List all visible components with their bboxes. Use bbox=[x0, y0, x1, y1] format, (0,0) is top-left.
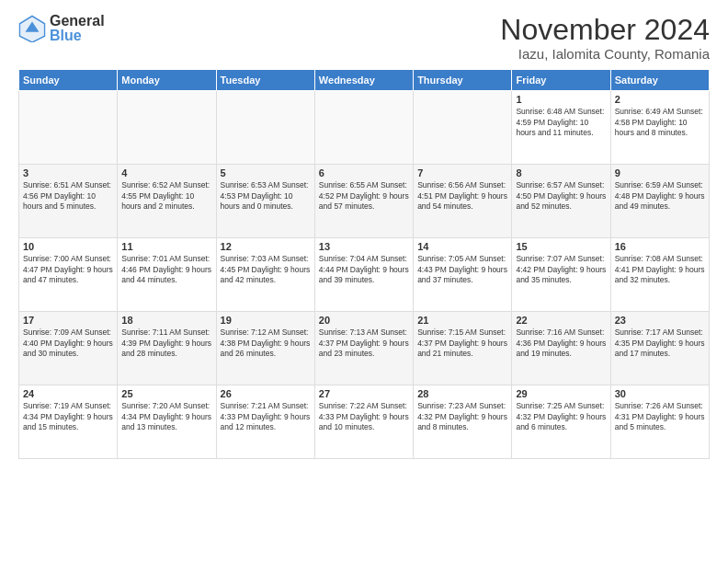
day-info: Sunrise: 6:52 AM Sunset: 4:55 PM Dayligh… bbox=[121, 180, 211, 212]
day-number: 12 bbox=[221, 241, 311, 252]
day-number: 18 bbox=[121, 315, 211, 326]
day-number: 22 bbox=[516, 315, 606, 326]
calendar-header-saturday: Saturday bbox=[610, 70, 709, 91]
day-info: Sunrise: 7:23 AM Sunset: 4:32 PM Dayligh… bbox=[417, 401, 507, 432]
calendar-cell: 1Sunrise: 6:48 AM Sunset: 4:59 PM Daylig… bbox=[512, 91, 610, 165]
calendar-cell bbox=[19, 91, 118, 165]
day-info: Sunrise: 7:11 AM Sunset: 4:39 PM Dayligh… bbox=[121, 327, 211, 359]
calendar-cell: 17Sunrise: 7:09 AM Sunset: 4:40 PM Dayli… bbox=[19, 312, 118, 385]
day-info: Sunrise: 7:08 AM Sunset: 4:41 PM Dayligh… bbox=[615, 254, 705, 285]
day-number: 9 bbox=[615, 167, 705, 178]
day-info: Sunrise: 6:55 AM Sunset: 4:52 PM Dayligh… bbox=[319, 180, 409, 212]
calendar-cell: 5Sunrise: 6:53 AM Sunset: 4:53 PM Daylig… bbox=[216, 165, 314, 238]
day-number: 11 bbox=[121, 241, 211, 252]
calendar-cell: 11Sunrise: 7:01 AM Sunset: 4:46 PM Dayli… bbox=[118, 238, 216, 312]
calendar-cell: 24Sunrise: 7:19 AM Sunset: 4:34 PM Dayli… bbox=[19, 385, 118, 459]
day-number: 17 bbox=[23, 315, 113, 326]
day-info: Sunrise: 7:25 AM Sunset: 4:32 PM Dayligh… bbox=[516, 401, 606, 432]
day-number: 26 bbox=[221, 388, 311, 399]
day-info: Sunrise: 7:07 AM Sunset: 4:42 PM Dayligh… bbox=[516, 254, 606, 285]
calendar-header-thursday: Thursday bbox=[414, 70, 512, 91]
calendar-cell: 15Sunrise: 7:07 AM Sunset: 4:42 PM Dayli… bbox=[512, 238, 610, 312]
day-info: Sunrise: 7:15 AM Sunset: 4:37 PM Dayligh… bbox=[417, 327, 507, 359]
day-info: Sunrise: 7:01 AM Sunset: 4:46 PM Dayligh… bbox=[121, 254, 211, 285]
calendar-cell: 20Sunrise: 7:13 AM Sunset: 4:37 PM Dayli… bbox=[314, 312, 413, 385]
logo-text: General Blue bbox=[50, 14, 105, 43]
day-number: 24 bbox=[23, 388, 113, 399]
day-number: 1 bbox=[516, 94, 606, 105]
day-number: 28 bbox=[417, 388, 507, 399]
day-info: Sunrise: 7:17 AM Sunset: 4:35 PM Dayligh… bbox=[615, 327, 705, 359]
calendar-week-4: 17Sunrise: 7:09 AM Sunset: 4:40 PM Dayli… bbox=[19, 312, 710, 385]
day-number: 13 bbox=[319, 241, 409, 252]
day-info: Sunrise: 6:49 AM Sunset: 4:58 PM Dayligh… bbox=[615, 107, 705, 138]
calendar-week-5: 24Sunrise: 7:19 AM Sunset: 4:34 PM Dayli… bbox=[19, 385, 710, 459]
main-title: November 2024 bbox=[500, 14, 710, 46]
day-info: Sunrise: 7:20 AM Sunset: 4:34 PM Dayligh… bbox=[121, 401, 211, 432]
calendar-header-monday: Monday bbox=[118, 70, 216, 91]
day-number: 15 bbox=[516, 241, 606, 252]
day-info: Sunrise: 7:05 AM Sunset: 4:43 PM Dayligh… bbox=[417, 254, 507, 285]
calendar-cell bbox=[118, 91, 216, 165]
day-info: Sunrise: 6:48 AM Sunset: 4:59 PM Dayligh… bbox=[516, 107, 606, 138]
day-info: Sunrise: 6:57 AM Sunset: 4:50 PM Dayligh… bbox=[516, 180, 606, 212]
subtitle: Iazu, Ialomita County, Romania bbox=[500, 46, 710, 62]
day-info: Sunrise: 7:13 AM Sunset: 4:37 PM Dayligh… bbox=[319, 327, 409, 359]
day-number: 23 bbox=[615, 315, 705, 326]
calendar-cell: 9Sunrise: 6:59 AM Sunset: 4:48 PM Daylig… bbox=[610, 165, 709, 238]
calendar-cell: 14Sunrise: 7:05 AM Sunset: 4:43 PM Dayli… bbox=[414, 238, 512, 312]
day-info: Sunrise: 7:21 AM Sunset: 4:33 PM Dayligh… bbox=[221, 401, 311, 432]
day-info: Sunrise: 6:59 AM Sunset: 4:48 PM Dayligh… bbox=[615, 180, 705, 212]
day-info: Sunrise: 6:56 AM Sunset: 4:51 PM Dayligh… bbox=[417, 180, 507, 212]
calendar-cell: 12Sunrise: 7:03 AM Sunset: 4:45 PM Dayli… bbox=[216, 238, 314, 312]
day-number: 6 bbox=[319, 167, 409, 178]
day-number: 21 bbox=[417, 315, 507, 326]
day-info: Sunrise: 6:51 AM Sunset: 4:56 PM Dayligh… bbox=[23, 180, 113, 212]
calendar-cell bbox=[216, 91, 314, 165]
day-info: Sunrise: 6:53 AM Sunset: 4:53 PM Dayligh… bbox=[221, 180, 311, 212]
calendar-cell: 28Sunrise: 7:23 AM Sunset: 4:32 PM Dayli… bbox=[414, 385, 512, 459]
page: General Blue November 2024 Iazu, Ialomit… bbox=[0, 0, 728, 563]
day-info: Sunrise: 7:16 AM Sunset: 4:36 PM Dayligh… bbox=[516, 327, 606, 359]
day-number: 29 bbox=[516, 388, 606, 399]
calendar-cell: 22Sunrise: 7:16 AM Sunset: 4:36 PM Dayli… bbox=[512, 312, 610, 385]
calendar-cell: 19Sunrise: 7:12 AM Sunset: 4:38 PM Dayli… bbox=[216, 312, 314, 385]
calendar-cell: 27Sunrise: 7:22 AM Sunset: 4:33 PM Dayli… bbox=[314, 385, 413, 459]
calendar-week-3: 10Sunrise: 7:00 AM Sunset: 4:47 PM Dayli… bbox=[19, 238, 710, 312]
calendar-cell: 21Sunrise: 7:15 AM Sunset: 4:37 PM Dayli… bbox=[414, 312, 512, 385]
day-number: 4 bbox=[121, 167, 211, 178]
logo-blue: Blue bbox=[50, 29, 105, 43]
calendar-cell: 2Sunrise: 6:49 AM Sunset: 4:58 PM Daylig… bbox=[610, 91, 709, 165]
calendar-cell: 4Sunrise: 6:52 AM Sunset: 4:55 PM Daylig… bbox=[118, 165, 216, 238]
day-number: 2 bbox=[615, 94, 705, 105]
day-number: 14 bbox=[417, 241, 507, 252]
calendar-header-sunday: Sunday bbox=[19, 70, 118, 91]
day-info: Sunrise: 7:09 AM Sunset: 4:40 PM Dayligh… bbox=[23, 327, 113, 359]
header: General Blue November 2024 Iazu, Ialomit… bbox=[18, 14, 710, 62]
calendar-cell: 23Sunrise: 7:17 AM Sunset: 4:35 PM Dayli… bbox=[610, 312, 709, 385]
day-info: Sunrise: 7:03 AM Sunset: 4:45 PM Dayligh… bbox=[221, 254, 311, 285]
calendar-cell: 7Sunrise: 6:56 AM Sunset: 4:51 PM Daylig… bbox=[414, 165, 512, 238]
calendar-header-friday: Friday bbox=[512, 70, 610, 91]
calendar-header-tuesday: Tuesday bbox=[216, 70, 314, 91]
calendar-cell bbox=[314, 91, 413, 165]
day-info: Sunrise: 7:12 AM Sunset: 4:38 PM Dayligh… bbox=[221, 327, 311, 359]
day-number: 16 bbox=[615, 241, 705, 252]
logo-icon bbox=[18, 15, 46, 42]
day-number: 5 bbox=[221, 167, 311, 178]
calendar-cell bbox=[414, 91, 512, 165]
calendar-cell: 8Sunrise: 6:57 AM Sunset: 4:50 PM Daylig… bbox=[512, 165, 610, 238]
day-number: 30 bbox=[615, 388, 705, 399]
calendar-header-wednesday: Wednesday bbox=[314, 70, 413, 91]
day-info: Sunrise: 7:19 AM Sunset: 4:34 PM Dayligh… bbox=[23, 401, 113, 432]
day-number: 27 bbox=[319, 388, 409, 399]
calendar-cell: 10Sunrise: 7:00 AM Sunset: 4:47 PM Dayli… bbox=[19, 238, 118, 312]
day-number: 20 bbox=[319, 315, 409, 326]
calendar-cell: 26Sunrise: 7:21 AM Sunset: 4:33 PM Dayli… bbox=[216, 385, 314, 459]
day-number: 10 bbox=[23, 241, 113, 252]
calendar-cell: 18Sunrise: 7:11 AM Sunset: 4:39 PM Dayli… bbox=[118, 312, 216, 385]
logo: General Blue bbox=[18, 14, 105, 43]
calendar-week-1: 1Sunrise: 6:48 AM Sunset: 4:59 PM Daylig… bbox=[19, 91, 710, 165]
day-info: Sunrise: 7:22 AM Sunset: 4:33 PM Dayligh… bbox=[319, 401, 409, 432]
calendar-cell: 30Sunrise: 7:26 AM Sunset: 4:31 PM Dayli… bbox=[610, 385, 709, 459]
